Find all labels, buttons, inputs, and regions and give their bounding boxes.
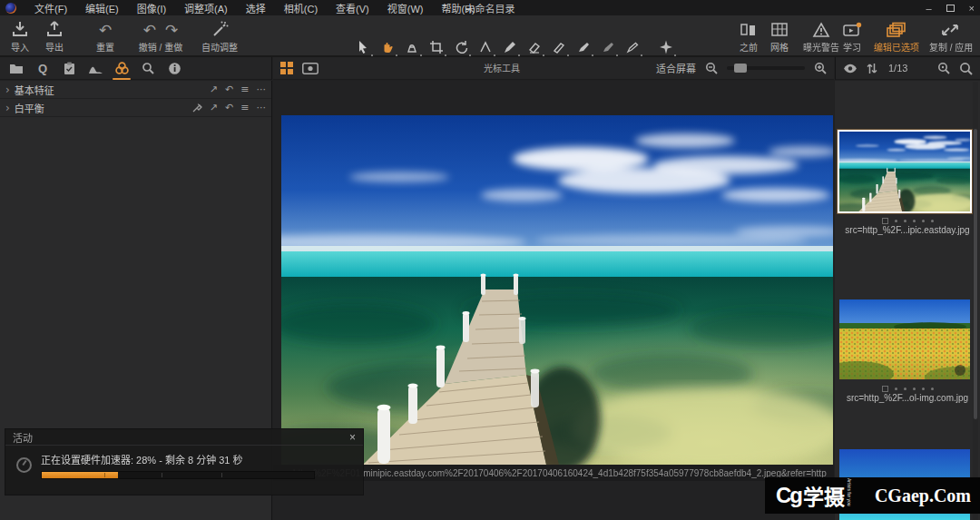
menu-adjustments[interactable]: 调整项(A)	[175, 0, 237, 15]
straighten-tool-icon[interactable]	[475, 36, 496, 58]
menu-view[interactable]: 查看(V)	[327, 0, 378, 15]
thumbnail-2[interactable]	[839, 299, 970, 379]
section-title: 白平衡	[15, 101, 44, 115]
tab-metadata[interactable]	[60, 57, 78, 80]
edit-selected-button[interactable]: 编辑已选项	[874, 18, 919, 54]
tab-lens[interactable]: Q	[34, 57, 52, 80]
tab-focus[interactable]	[139, 57, 157, 80]
zoom-out-icon[interactable]	[705, 62, 718, 74]
tab-color[interactable]	[113, 57, 131, 80]
section-title: 基本特征	[15, 83, 54, 97]
watermark-brand: 学摄	[803, 480, 845, 511]
menu-select[interactable]: 选择	[237, 0, 275, 15]
export-icon	[45, 18, 64, 38]
fit-screen-label[interactable]: 适合屏幕	[656, 61, 696, 75]
window-title: 未命名目录	[399, 1, 581, 15]
color-tag-checkbox[interactable]	[882, 218, 888, 224]
export-button[interactable]: 导出	[45, 18, 64, 54]
zoom-slider[interactable]	[727, 66, 805, 70]
zoom-slider-handle[interactable]	[734, 64, 747, 73]
watermark-logo: Cg	[776, 483, 801, 508]
thumbnail-2-rating[interactable]	[835, 386, 980, 392]
before-after-button[interactable]: 之前	[740, 18, 758, 54]
sort-icon[interactable]	[867, 63, 877, 74]
menu-image[interactable]: 图像(I)	[128, 0, 175, 15]
menu-bar: 文件(F) 编辑(E) 图像(I) 调整项(A) 选择 相机(C) 查看(V) …	[0, 0, 980, 15]
gradient-mask-tool-icon[interactable]	[597, 36, 619, 58]
learn-button[interactable]: 学习	[842, 18, 862, 54]
watermark-banner: Cg 学摄 Artists for you CGaep.Com	[765, 477, 980, 514]
reset-section-icon[interactable]: ↶	[225, 83, 233, 95]
reset-section-icon[interactable]: ↶	[225, 102, 233, 113]
search-icon[interactable]	[959, 62, 973, 75]
zoom-100-icon[interactable]	[937, 62, 950, 74]
minimize-button[interactable]: –	[926, 3, 931, 14]
capture-one-window: 文件(F) 编辑(E) 图像(I) 调整项(A) 选择 相机(C) 查看(V) …	[0, 0, 980, 520]
tab-info[interactable]	[165, 57, 183, 80]
filter-eye-icon[interactable]	[843, 64, 858, 74]
copy-apply-arrows-icon	[939, 18, 963, 38]
menu-camera[interactable]: 相机(C)	[275, 0, 327, 15]
restore-button[interactable]	[946, 5, 955, 12]
tab-library[interactable]	[7, 57, 25, 80]
import-button[interactable]: 导入	[11, 18, 29, 54]
thumbnail-1[interactable]	[839, 132, 970, 211]
white-balance-picker-icon[interactable]	[192, 103, 202, 113]
app-logo-icon	[5, 3, 16, 14]
menu-file[interactable]: 文件(F)	[25, 0, 76, 15]
tab-histogram[interactable]	[86, 57, 104, 80]
activity-panel: 活动 × 正在设置硬件加速器: 28% - 剩余 8 分钟 31 秒	[5, 428, 364, 495]
pan-hand-tool-icon[interactable]	[377, 36, 398, 58]
pen-tool-icon[interactable]	[622, 36, 643, 58]
clone-tool-icon[interactable]	[573, 36, 594, 58]
cursor-tools-group	[352, 35, 677, 59]
grid-overlay-button[interactable]: 网格	[770, 18, 789, 54]
undo-icon[interactable]: ↶	[143, 22, 156, 38]
crop-tool-icon[interactable]	[426, 36, 447, 58]
reset-button[interactable]: ↶ 重置	[96, 18, 114, 54]
heal-mask-tool-icon[interactable]	[548, 36, 570, 58]
thumbnail-1-rating[interactable]	[835, 218, 980, 224]
section-base-characteristics[interactable]: › 基本特征 ↗ ↶ ≡ ···	[0, 81, 271, 99]
rotate-tool-icon[interactable]	[450, 36, 472, 58]
section-white-balance[interactable]: › 白平衡 ↗ ↶ ≡ ···	[0, 99, 271, 117]
main-photo-pier[interactable]	[281, 115, 833, 465]
filmstrip-panel: src=http_%2F...ipic.eastday.jpg	[835, 81, 980, 520]
close-button[interactable]: ×	[969, 3, 975, 14]
activity-gauge-icon	[16, 457, 32, 473]
select-tool-icon[interactable]	[352, 36, 374, 58]
watermark-site: CGaep.Com	[875, 486, 971, 506]
more-options-icon[interactable]: ···	[257, 102, 267, 113]
edit-selected-stack-icon	[886, 18, 907, 38]
redo-icon[interactable]: ↷	[165, 22, 178, 38]
erase-mask-tool-icon[interactable]	[524, 36, 545, 58]
more-options-icon[interactable]: ···	[257, 83, 267, 95]
zoom-in-icon[interactable]	[814, 62, 827, 74]
menu-edit[interactable]: 编辑(E)	[76, 0, 128, 15]
color-tag-checkbox[interactable]	[882, 386, 888, 392]
watermark-tagline: Artists for you	[847, 478, 851, 506]
activity-message: 正在设置硬件加速器: 28% - 剩余 8 分钟 31 秒	[41, 452, 315, 466]
copy-settings-icon[interactable]: ↗	[210, 83, 218, 95]
scrollbar-thumb[interactable]	[974, 129, 977, 419]
spot-removal-tool-icon[interactable]	[655, 36, 677, 58]
cursor-tools-label: 光标工具	[352, 61, 652, 74]
presets-menu-icon[interactable]: ≡	[240, 83, 249, 95]
undo-redo-button[interactable]: ↶ ↷ 撤销 / 重做	[129, 18, 192, 54]
auto-adjust-button[interactable]: 自动调整	[201, 18, 238, 54]
activity-title: 活动	[13, 430, 33, 445]
thumbnail-1-filename: src=http_%2F...ipic.eastday.jpg	[835, 225, 980, 235]
filmstrip-scrollbar[interactable]	[973, 82, 978, 520]
exposure-warning-button[interactable]: 曝光警告	[803, 18, 839, 54]
grid-view-icon[interactable]	[280, 62, 293, 74]
loupe-tool-icon[interactable]	[401, 36, 423, 58]
draw-mask-tool-icon[interactable]	[499, 36, 521, 58]
activity-progress-bar	[41, 471, 315, 479]
import-icon	[11, 18, 29, 38]
main-toolbar: 导入 导出 ↶ 重置 ↶ ↷ 撤销 / 重做 自动调整	[0, 15, 980, 57]
copy-settings-icon[interactable]: ↗	[210, 102, 218, 113]
copy-apply-button[interactable]: 复制 / 应用	[929, 18, 973, 54]
proof-view-icon[interactable]	[302, 63, 318, 74]
presets-menu-icon[interactable]: ≡	[240, 102, 249, 113]
activity-close-icon[interactable]: ×	[349, 431, 356, 444]
